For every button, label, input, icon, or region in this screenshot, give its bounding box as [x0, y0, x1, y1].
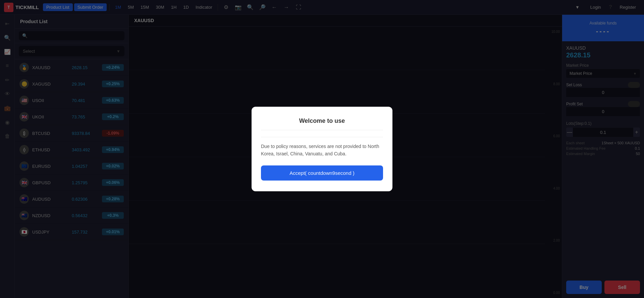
- modal-accept-button[interactable]: Accept( countdown9second ): [261, 165, 383, 181]
- modal-title: Welcome to use: [261, 117, 383, 130]
- modal-divider: [261, 137, 383, 137]
- modal-overlay: Welcome to use Due to policy reasons, se…: [0, 0, 644, 298]
- welcome-modal: Welcome to use Due to policy reasons, se…: [252, 107, 392, 192]
- modal-body: Due to policy reasons, services are not …: [261, 143, 383, 158]
